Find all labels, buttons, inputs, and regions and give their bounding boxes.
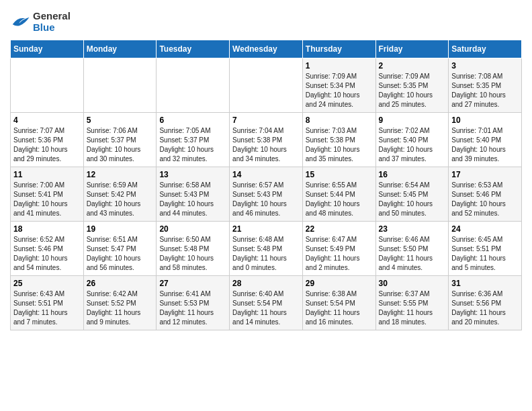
calendar-cell: 30Sunrise: 6:37 AM Sunset: 5:55 PM Dayli… [375, 276, 449, 330]
calendar-cell: 2Sunrise: 7:09 AM Sunset: 5:35 PM Daylig… [375, 58, 449, 113]
weekday-header-row: SundayMondayTuesdayWednesdayThursdayFrid… [11, 40, 522, 58]
day-number: 27 [159, 279, 226, 288]
calendar-week-row: 18Sunrise: 6:52 AM Sunset: 5:46 PM Dayli… [11, 222, 522, 276]
weekday-header: Sunday [11, 40, 84, 58]
weekday-header: Friday [375, 40, 449, 58]
calendar-cell: 10Sunrise: 7:01 AM Sunset: 5:40 PM Dayli… [449, 113, 522, 167]
day-number: 10 [451, 116, 519, 125]
day-detail: Sunrise: 6:38 AM Sunset: 5:54 PM Dayligh… [306, 289, 373, 327]
day-number: 14 [232, 170, 300, 179]
day-detail: Sunrise: 6:36 AM Sunset: 5:56 PM Dayligh… [451, 289, 519, 327]
calendar-cell: 14Sunrise: 6:57 AM Sunset: 5:43 PM Dayli… [230, 167, 303, 222]
day-number: 3 [451, 61, 519, 71]
calendar-week-row: 4Sunrise: 7:07 AM Sunset: 5:36 PM Daylig… [11, 113, 522, 167]
calendar-cell: 5Sunrise: 7:06 AM Sunset: 5:37 PM Daylig… [83, 113, 157, 167]
day-detail: Sunrise: 6:50 AM Sunset: 5:48 PM Dayligh… [159, 235, 226, 273]
weekday-header: Tuesday [157, 40, 230, 58]
day-detail: Sunrise: 6:46 AM Sunset: 5:50 PM Dayligh… [379, 235, 446, 273]
calendar-cell [11, 58, 84, 113]
day-detail: Sunrise: 6:58 AM Sunset: 5:43 PM Dayligh… [159, 181, 226, 218]
day-detail: Sunrise: 7:09 AM Sunset: 5:35 PM Dayligh… [379, 72, 446, 109]
calendar-cell [230, 58, 303, 113]
day-number: 22 [306, 224, 373, 234]
day-detail: Sunrise: 6:47 AM Sunset: 5:49 PM Dayligh… [306, 235, 373, 273]
day-detail: Sunrise: 6:59 AM Sunset: 5:42 PM Dayligh… [87, 181, 154, 218]
page-header: General Blue [10, 10, 522, 33]
calendar-cell: 13Sunrise: 6:58 AM Sunset: 5:43 PM Dayli… [157, 167, 230, 222]
day-detail: Sunrise: 6:37 AM Sunset: 5:55 PM Dayligh… [379, 289, 446, 327]
day-detail: Sunrise: 6:55 AM Sunset: 5:44 PM Dayligh… [306, 181, 373, 218]
day-number: 13 [159, 170, 226, 179]
day-number: 11 [13, 170, 81, 179]
calendar-cell: 25Sunrise: 6:43 AM Sunset: 5:51 PM Dayli… [11, 276, 84, 330]
calendar-cell: 23Sunrise: 6:46 AM Sunset: 5:50 PM Dayli… [375, 222, 449, 276]
day-detail: Sunrise: 7:01 AM Sunset: 5:40 PM Dayligh… [451, 126, 519, 164]
day-number: 23 [379, 224, 446, 234]
day-number: 20 [159, 224, 226, 234]
day-number: 7 [232, 116, 300, 125]
day-detail: Sunrise: 7:03 AM Sunset: 5:38 PM Dayligh… [306, 126, 373, 164]
day-number: 24 [451, 224, 519, 234]
day-detail: Sunrise: 6:57 AM Sunset: 5:43 PM Dayligh… [232, 181, 300, 218]
calendar-cell: 20Sunrise: 6:50 AM Sunset: 5:48 PM Dayli… [157, 222, 230, 276]
calendar-cell: 24Sunrise: 6:45 AM Sunset: 5:51 PM Dayli… [449, 222, 522, 276]
calendar-cell: 1Sunrise: 7:09 AM Sunset: 5:34 PM Daylig… [302, 58, 375, 113]
calendar-cell: 16Sunrise: 6:54 AM Sunset: 5:45 PM Dayli… [375, 167, 449, 222]
calendar-week-row: 1Sunrise: 7:09 AM Sunset: 5:34 PM Daylig… [11, 58, 522, 113]
calendar-cell: 28Sunrise: 6:40 AM Sunset: 5:54 PM Dayli… [230, 276, 303, 330]
day-number: 30 [379, 279, 446, 288]
calendar-cell: 4Sunrise: 7:07 AM Sunset: 5:36 PM Daylig… [11, 113, 84, 167]
day-number: 31 [451, 279, 519, 288]
day-number: 25 [13, 279, 81, 288]
logo-icon [10, 13, 30, 30]
day-number: 2 [379, 61, 446, 71]
weekday-header: Saturday [449, 40, 522, 58]
calendar-cell: 26Sunrise: 6:42 AM Sunset: 5:52 PM Dayli… [83, 276, 157, 330]
weekday-header: Wednesday [230, 40, 303, 58]
calendar-cell: 31Sunrise: 6:36 AM Sunset: 5:56 PM Dayli… [449, 276, 522, 330]
calendar-cell [83, 58, 157, 113]
day-detail: Sunrise: 6:45 AM Sunset: 5:51 PM Dayligh… [451, 235, 519, 273]
day-number: 4 [13, 116, 81, 125]
calendar-week-row: 25Sunrise: 6:43 AM Sunset: 5:51 PM Dayli… [11, 276, 522, 330]
day-number: 6 [159, 116, 226, 125]
day-detail: Sunrise: 6:53 AM Sunset: 5:46 PM Dayligh… [451, 181, 519, 218]
calendar-cell: 17Sunrise: 6:53 AM Sunset: 5:46 PM Dayli… [449, 167, 522, 222]
calendar-cell: 27Sunrise: 6:41 AM Sunset: 5:53 PM Dayli… [157, 276, 230, 330]
calendar-cell: 7Sunrise: 7:04 AM Sunset: 5:38 PM Daylig… [230, 113, 303, 167]
day-detail: Sunrise: 7:09 AM Sunset: 5:34 PM Dayligh… [306, 72, 373, 109]
logo: General Blue [10, 10, 71, 33]
day-number: 26 [87, 279, 154, 288]
calendar-cell [157, 58, 230, 113]
logo-text: General Blue [33, 10, 71, 33]
day-detail: Sunrise: 7:05 AM Sunset: 5:37 PM Dayligh… [159, 126, 226, 164]
day-detail: Sunrise: 7:08 AM Sunset: 5:35 PM Dayligh… [451, 72, 519, 109]
day-detail: Sunrise: 6:41 AM Sunset: 5:53 PM Dayligh… [159, 289, 226, 327]
day-detail: Sunrise: 6:54 AM Sunset: 5:45 PM Dayligh… [379, 181, 446, 218]
day-number: 15 [306, 170, 373, 179]
calendar-cell: 15Sunrise: 6:55 AM Sunset: 5:44 PM Dayli… [302, 167, 375, 222]
day-detail: Sunrise: 7:02 AM Sunset: 5:40 PM Dayligh… [379, 126, 446, 164]
calendar-cell: 8Sunrise: 7:03 AM Sunset: 5:38 PM Daylig… [302, 113, 375, 167]
day-number: 17 [451, 170, 519, 179]
weekday-header: Monday [83, 40, 157, 58]
day-detail: Sunrise: 6:52 AM Sunset: 5:46 PM Dayligh… [13, 235, 81, 273]
calendar-cell: 22Sunrise: 6:47 AM Sunset: 5:49 PM Dayli… [302, 222, 375, 276]
calendar-week-row: 11Sunrise: 7:00 AM Sunset: 5:41 PM Dayli… [11, 167, 522, 222]
calendar-cell: 6Sunrise: 7:05 AM Sunset: 5:37 PM Daylig… [157, 113, 230, 167]
day-number: 29 [306, 279, 373, 288]
day-detail: Sunrise: 7:07 AM Sunset: 5:36 PM Dayligh… [13, 126, 81, 164]
calendar-table: SundayMondayTuesdayWednesdayThursdayFrid… [10, 40, 522, 330]
calendar-cell: 19Sunrise: 6:51 AM Sunset: 5:47 PM Dayli… [83, 222, 157, 276]
day-number: 28 [232, 279, 300, 288]
calendar-cell: 18Sunrise: 6:52 AM Sunset: 5:46 PM Dayli… [11, 222, 84, 276]
day-detail: Sunrise: 6:51 AM Sunset: 5:47 PM Dayligh… [87, 235, 154, 273]
day-detail: Sunrise: 6:40 AM Sunset: 5:54 PM Dayligh… [232, 289, 300, 327]
day-detail: Sunrise: 7:06 AM Sunset: 5:37 PM Dayligh… [87, 126, 154, 164]
day-number: 9 [379, 116, 446, 125]
day-number: 5 [87, 116, 154, 125]
day-number: 18 [13, 224, 81, 234]
day-detail: Sunrise: 6:42 AM Sunset: 5:52 PM Dayligh… [87, 289, 154, 327]
day-number: 16 [379, 170, 446, 179]
day-number: 19 [87, 224, 154, 234]
